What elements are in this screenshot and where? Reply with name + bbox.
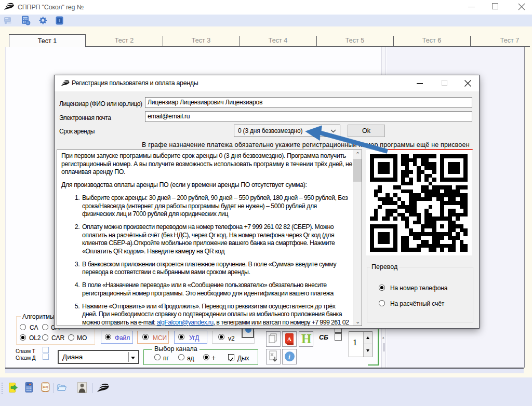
svg-text:A: A xyxy=(287,336,291,342)
svg-text:Del: Del xyxy=(43,385,48,388)
